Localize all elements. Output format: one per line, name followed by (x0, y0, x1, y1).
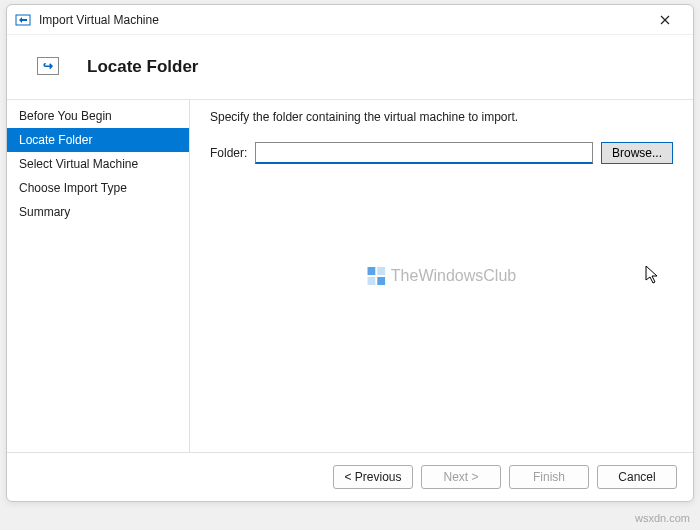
folder-row: Folder: Browse... (210, 142, 673, 164)
page-title: Locate Folder (87, 57, 693, 77)
window-title: Import Virtual Machine (39, 13, 645, 27)
step-locate-folder[interactable]: Locate Folder (7, 128, 189, 152)
instruction-text: Specify the folder containing the virtua… (210, 110, 673, 124)
titlebar: Import Virtual Machine (7, 5, 693, 35)
step-before-you-begin[interactable]: Before You Begin (7, 104, 189, 128)
step-select-virtual-machine[interactable]: Select Virtual Machine (7, 152, 189, 176)
svg-rect-1 (367, 267, 375, 275)
folder-label: Folder: (210, 146, 247, 160)
step-summary[interactable]: Summary (7, 200, 189, 224)
wizard-header: ↪ Locate Folder (7, 35, 693, 100)
watermark-text: TheWindowsClub (391, 267, 516, 285)
app-icon (15, 12, 31, 28)
svg-rect-3 (367, 277, 375, 285)
wizard-body: Before You Begin Locate Folder Select Vi… (7, 100, 693, 452)
svg-rect-2 (377, 267, 385, 275)
cancel-button[interactable]: Cancel (597, 465, 677, 489)
close-button[interactable] (645, 6, 685, 34)
wizard-window: Import Virtual Machine ↪ Locate Folder B… (6, 4, 694, 502)
attribution-text: wsxdn.com (635, 512, 690, 524)
cursor-icon (645, 265, 661, 285)
content-pane: Specify the folder containing the virtua… (190, 100, 693, 452)
import-icon: ↪ (37, 57, 59, 75)
finish-button: Finish (509, 465, 589, 489)
svg-rect-4 (377, 277, 385, 285)
step-sidebar: Before You Begin Locate Folder Select Vi… (7, 100, 189, 452)
browse-button[interactable]: Browse... (601, 142, 673, 164)
next-button: Next > (421, 465, 501, 489)
watermark: TheWindowsClub (367, 267, 516, 285)
previous-button[interactable]: < Previous (333, 465, 413, 489)
watermark-icon (367, 267, 385, 285)
folder-input[interactable] (255, 142, 593, 164)
step-choose-import-type[interactable]: Choose Import Type (7, 176, 189, 200)
wizard-footer: < Previous Next > Finish Cancel (7, 452, 693, 501)
